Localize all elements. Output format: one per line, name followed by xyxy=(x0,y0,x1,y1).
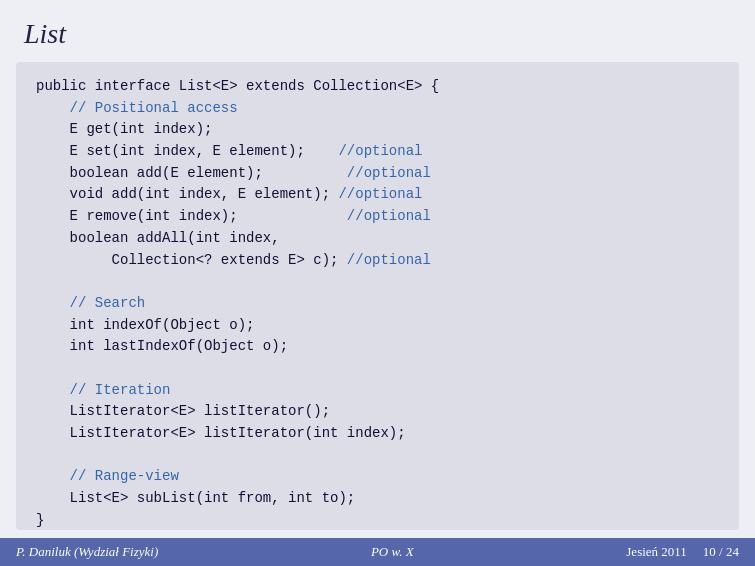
code-line-sublist: List<E> subList(int from, int to); } xyxy=(36,490,355,528)
code-comment-positional: // Positional access xyxy=(70,100,238,116)
code-area: public interface List<E> extends Collect… xyxy=(16,62,739,530)
footer-season: Jesień 2011 xyxy=(626,544,687,560)
footer-author: P. Daniluk (Wydział Fizyki) xyxy=(16,544,158,560)
code-line-addall: boolean addAll(int index, Collection<? e… xyxy=(36,230,347,268)
code-comment-optional-3: //optional xyxy=(338,186,422,202)
code-comment-optional-4: //optional xyxy=(347,208,431,224)
code-comment-search: // Search xyxy=(70,295,146,311)
footer-page: 10 / 24 xyxy=(703,544,739,560)
slide: List public interface List<E> extends Co… xyxy=(0,0,755,566)
code-line-add1: boolean add(E element); xyxy=(36,165,347,181)
code-line-get: E get(int index); E set(int index, E ele… xyxy=(36,121,338,159)
code-block: public interface List<E> extends Collect… xyxy=(36,76,719,530)
slide-title: List xyxy=(0,0,755,58)
code-comment-optional-2: //optional xyxy=(347,165,431,181)
footer-course: PO w. X xyxy=(371,544,414,560)
footer: P. Daniluk (Wydział Fizyki) PO w. X Jesi… xyxy=(0,538,755,566)
footer-pagination: Jesień 2011 10 / 24 xyxy=(626,544,739,560)
code-comment-iteration: // Iteration xyxy=(70,382,171,398)
code-comment-optional-1: //optional xyxy=(338,143,422,159)
code-comment-range: // Range-view xyxy=(70,468,179,484)
code-line-add2: void add(int index, E element); xyxy=(36,186,338,202)
code-comment-optional-5: //optional xyxy=(347,252,431,268)
code-line-blank1 xyxy=(36,295,70,311)
code-line-remove: E remove(int index); xyxy=(36,208,347,224)
